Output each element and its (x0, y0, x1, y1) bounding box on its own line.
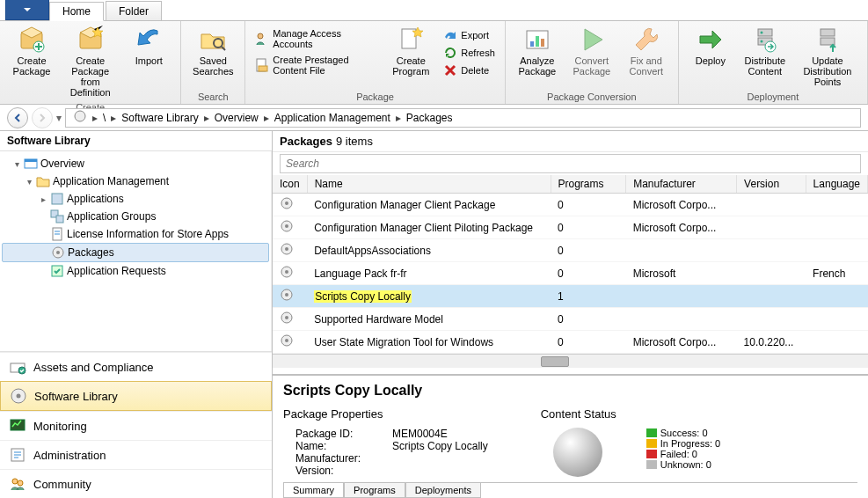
svg-point-51 (285, 293, 288, 297)
tree-packages[interactable]: Packages (2, 243, 269, 262)
svg-point-47 (285, 247, 288, 251)
row-icon (273, 308, 307, 331)
table-row[interactable]: Configuration Manager Client Piloting Pa… (273, 216, 868, 239)
delete-button[interactable]: Delete (439, 62, 500, 79)
row-name: Supported Hardware Model (307, 308, 551, 331)
app-menu-button[interactable] (5, 0, 49, 20)
row-language (806, 331, 867, 354)
row-language (806, 239, 867, 262)
refresh-icon (443, 46, 457, 60)
row-version (737, 194, 806, 216)
col-manufacturer[interactable]: Manufacturer (626, 175, 737, 194)
table-row[interactable]: DefaultAppsAssociations0 (273, 239, 868, 262)
row-icon (273, 194, 307, 216)
horizontal-scrollbar[interactable] (273, 354, 868, 368)
create-package-from-definition-button[interactable]: Create Packagefrom Definition (60, 23, 120, 100)
svg-point-40 (12, 479, 18, 484)
navpane-community[interactable]: Community (0, 469, 272, 498)
navpane-assets[interactable]: Assets and Compliance (0, 352, 272, 381)
create-program-button[interactable]: CreateProgram (384, 23, 437, 79)
tree-application-management[interactable]: ▾Application Management (2, 172, 269, 190)
navpane-monitoring[interactable]: Monitoring (0, 411, 272, 440)
btn-label: Manage Access Accounts (273, 28, 378, 49)
svg-point-41 (18, 480, 23, 486)
manage-access-accounts-button[interactable]: Manage Access Accounts (251, 26, 383, 51)
detail-tab-programs[interactable]: Programs (344, 483, 405, 498)
package-icon (51, 245, 65, 260)
btn-label: CreateProgram (392, 55, 429, 77)
breadcrumb-item[interactable]: Overview (211, 112, 262, 124)
btn-label: ConvertPackage (573, 55, 610, 77)
breadcrumb-root-icon[interactable] (69, 109, 91, 126)
saved-searches-button[interactable]: SavedSearches (186, 23, 239, 79)
tree-overview[interactable]: ▾Overview (2, 155, 269, 172)
row-version (737, 308, 806, 331)
export-button[interactable]: Export (439, 26, 500, 44)
nav-back-button[interactable] (7, 107, 28, 128)
breadcrumb-bar: ▾ ▸ \ ▸ Software Library ▸ Overview ▸ Ap… (0, 105, 868, 131)
btn-label: Fix andConvert (630, 55, 664, 77)
delete-x-icon (443, 63, 457, 77)
list-count: 9 items (336, 135, 373, 148)
analyze-package-button[interactable]: AnalyzePackage (511, 23, 564, 79)
col-name[interactable]: Name (307, 175, 551, 194)
tab-home[interactable]: Home (49, 2, 104, 21)
breadcrumb[interactable]: ▸ \ ▸ Software Library ▸ Overview ▸ Appl… (65, 108, 861, 128)
svg-point-19 (760, 32, 762, 34)
svg-marker-16 (585, 29, 602, 50)
tree-applications[interactable]: ▸Applications (2, 190, 269, 208)
svg-rect-29 (56, 216, 63, 223)
row-manufacturer: Microsoft Corpo... (626, 216, 737, 239)
tree-application-requests[interactable]: Application Requests (2, 262, 269, 280)
refresh-button[interactable]: Refresh (439, 44, 500, 62)
table-row[interactable]: Supported Hardware Model0 (273, 308, 868, 331)
server-update-icon (813, 26, 842, 54)
import-button[interactable]: Import (122, 23, 175, 100)
svg-point-43 (285, 201, 288, 205)
row-programs: 0 (551, 216, 626, 239)
request-icon (50, 264, 64, 278)
legend-unknown: Unknown: 0 (646, 459, 720, 470)
table-row[interactable]: User State Migration Tool for Windows0Mi… (273, 331, 868, 354)
ribbon: CreatePackage Create Packagefrom Definit… (0, 21, 868, 105)
detail-title: Scripts Copy Locally (283, 383, 857, 399)
nav-forward-button[interactable] (32, 107, 53, 128)
deploy-button[interactable]: Deploy (684, 23, 737, 90)
row-version (737, 262, 806, 285)
update-distribution-points-button[interactable]: UpdateDistribution Points (793, 23, 862, 90)
breadcrumb-item[interactable]: Software Library (118, 112, 201, 124)
row-programs: 0 (551, 239, 626, 262)
detail-tab-summary[interactable]: Summary (283, 483, 344, 498)
col-version[interactable]: Version (737, 175, 806, 194)
search-input[interactable] (280, 154, 861, 173)
col-icon[interactable]: Icon (273, 175, 307, 194)
row-manufacturer: Microsoft Corpo... (626, 194, 737, 216)
tab-folder[interactable]: Folder (106, 1, 162, 20)
breadcrumb-item[interactable]: Application Management (271, 112, 394, 124)
tree-license-info[interactable]: License Information for Store Apps (2, 225, 269, 243)
fix-and-convert-button[interactable]: Fix andConvert (620, 23, 673, 79)
distribute-content-button[interactable]: DistributeContent (739, 23, 791, 90)
svg-point-32 (56, 251, 60, 254)
row-programs: 0 (551, 194, 626, 216)
row-manufacturer: Microsoft Corpo... (626, 331, 737, 354)
detail-tab-deployments[interactable]: Deployments (405, 483, 481, 498)
row-programs: 0 (551, 331, 626, 354)
breadcrumb-divider-icon[interactable]: \ (99, 112, 109, 124)
table-row[interactable]: Language Pack fr-fr0MicrosoftFrench (273, 262, 868, 285)
col-language[interactable]: Language (806, 175, 867, 194)
svg-rect-26 (25, 159, 37, 162)
create-package-button[interactable]: CreatePackage (5, 23, 58, 100)
table-row[interactable]: Scripts Copy Locally1 (273, 285, 868, 308)
tree-application-groups[interactable]: Application Groups (2, 208, 269, 225)
create-prestaged-content-button[interactable]: Create Prestaged Content File (251, 53, 383, 77)
table-row[interactable]: Configuration Manager Client Package0Mic… (273, 194, 868, 216)
row-language (806, 216, 867, 239)
navpane-software-library[interactable]: Software Library (0, 381, 272, 411)
col-programs[interactable]: Programs (551, 175, 626, 194)
row-version: 10.0.220... (737, 331, 806, 354)
navpane-administration[interactable]: Administration (0, 440, 272, 469)
breadcrumb-item[interactable]: Packages (403, 112, 456, 124)
convert-package-button[interactable]: ConvertPackage (565, 23, 618, 79)
group-label: Package (251, 90, 500, 102)
